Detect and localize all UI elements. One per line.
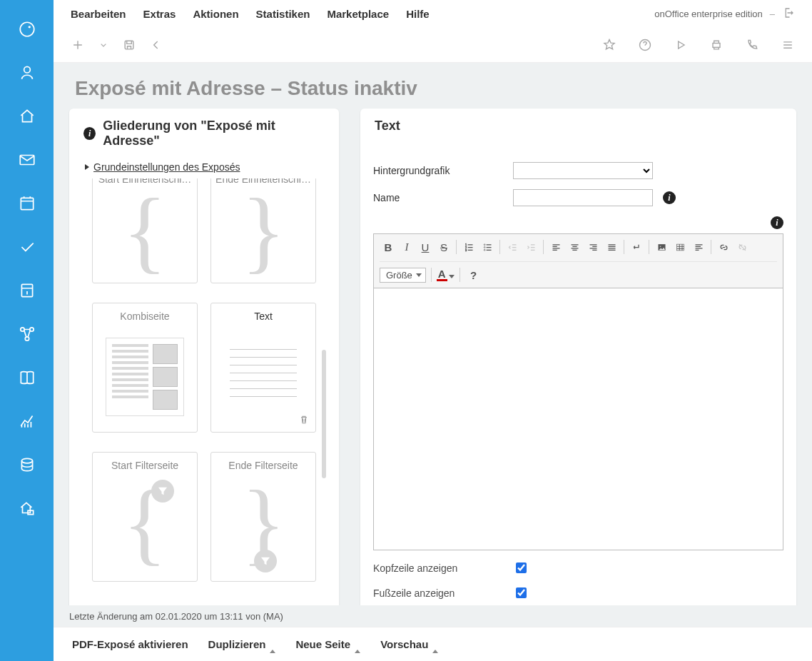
duplicate-button[interactable]: Duplizieren (208, 638, 276, 650)
nav-dashboard-icon[interactable] (15, 17, 39, 41)
nav-properties-icon[interactable] (15, 104, 39, 128)
nav-docs-icon[interactable] (15, 365, 39, 390)
chevron-up-icon (355, 638, 360, 650)
favorite-icon[interactable] (602, 38, 616, 52)
page-grid: Start Einheitenschl… { Ende Einheitensch… (82, 178, 326, 582)
svg-text:3: 3 (465, 248, 466, 251)
bold-button[interactable]: B (380, 238, 397, 256)
nav-mail-icon[interactable] (15, 148, 39, 172)
brace-close-icon: { (241, 193, 285, 268)
insert-break-button[interactable] (628, 238, 645, 256)
menu-extras[interactable]: Extras (143, 8, 176, 20)
svg-rect-4 (21, 198, 33, 209)
print-icon[interactable] (709, 38, 724, 52)
run-icon[interactable] (674, 38, 688, 52)
page-card-label: Kombiseite (97, 311, 193, 322)
filter-icon (151, 480, 174, 503)
page-card-end-filter[interactable]: Ende Filterseite { (210, 452, 316, 582)
page-card-text[interactable]: Text (210, 303, 316, 433)
save-button[interactable] (122, 38, 136, 52)
svg-point-9 (21, 458, 32, 463)
svg-rect-13 (713, 43, 720, 47)
logout-button[interactable] (782, 6, 795, 21)
clear-format-button[interactable] (690, 238, 707, 256)
info-icon[interactable]: i (83, 127, 96, 140)
svg-point-18 (484, 246, 485, 248)
font-color-button[interactable]: A (437, 268, 455, 281)
svg-rect-3 (20, 156, 34, 165)
new-page-button[interactable]: Neue Seite (295, 638, 360, 650)
outline-scrollbar[interactable] (322, 350, 326, 478)
chevron-up-icon (432, 638, 438, 650)
align-right-button[interactable] (584, 238, 602, 256)
editor-info-icon[interactable]: i (771, 216, 783, 229)
strike-button[interactable]: S (435, 238, 452, 256)
nav-calendar-icon[interactable] (15, 191, 39, 216)
filter-icon (254, 550, 277, 572)
page-card-start-filter[interactable]: Start Filterseite { (92, 452, 198, 582)
bottom-action-bar: PDF-Exposé aktivieren Duplizieren Neue S… (54, 627, 812, 661)
svg-point-1 (28, 26, 30, 28)
back-button[interactable] (149, 38, 163, 52)
expose-settings-link[interactable]: Grundeinstellungen des Exposés (82, 156, 326, 178)
underline-button[interactable]: U (417, 238, 434, 256)
more-icon[interactable] (781, 38, 795, 52)
page-card-start-units[interactable]: Start Einheitenschl… { (92, 178, 198, 283)
name-label: Name (373, 192, 513, 203)
brand-label: onOffice enterprise edition (654, 9, 763, 19)
nav-tasks-icon[interactable] (15, 235, 39, 259)
menu-actions[interactable]: Aktionen (193, 8, 238, 20)
align-left-button[interactable] (547, 238, 564, 256)
nav-portal-icon[interactable] (15, 496, 39, 520)
svg-rect-11 (125, 41, 133, 49)
menu-statistics[interactable]: Statistiken (256, 8, 310, 20)
header-checkbox[interactable] (516, 562, 527, 573)
menu-help[interactable]: Hilfe (406, 8, 430, 20)
brace-open-icon: { (123, 193, 167, 268)
svg-point-2 (24, 66, 30, 73)
menu-items: Bearbeiten Extras Aktionen Statistiken M… (71, 8, 430, 20)
activate-pdf-button[interactable]: PDF-Exposé aktivieren (72, 638, 188, 650)
page-card-end-units[interactable]: Ende Einheitenschl… { (210, 178, 316, 283)
link-button[interactable] (715, 238, 732, 256)
image-button[interactable] (653, 238, 670, 256)
delete-page-icon[interactable] (298, 414, 310, 428)
new-dropdown-icon[interactable] (98, 39, 109, 51)
new-button[interactable] (71, 38, 85, 52)
page-card-kombi[interactable]: Kombiseite (92, 303, 198, 433)
editor-title: Text (375, 118, 400, 133)
minimize-button[interactable]: – (770, 9, 775, 19)
align-justify-button[interactable] (603, 238, 620, 256)
text-preview-icon (224, 342, 303, 420)
name-info-icon[interactable]: i (663, 191, 676, 204)
footer-checkbox-label: Fußzeile anzeigen (373, 587, 513, 599)
align-center-button[interactable] (566, 238, 583, 256)
page-card-label: Text (215, 311, 311, 322)
preview-button[interactable]: Vorschau (380, 638, 438, 650)
svg-point-21 (659, 246, 661, 247)
nav-contacts-icon[interactable] (15, 61, 39, 85)
editor-help-button[interactable]: ? (465, 266, 482, 283)
phone-icon[interactable] (745, 38, 759, 52)
nav-archive-icon[interactable] (15, 278, 39, 303)
menu-marketplace[interactable]: Marketplace (327, 8, 389, 20)
background-select[interactable] (513, 162, 653, 179)
header-checkbox-label: Kopfzeile anzeigen (373, 562, 513, 574)
menu-edit[interactable]: Bearbeiten (71, 8, 126, 20)
name-input[interactable] (513, 189, 653, 206)
nav-stats-icon[interactable] (15, 409, 39, 433)
svg-point-0 (20, 22, 34, 36)
font-size-select[interactable]: Größe (380, 268, 426, 283)
italic-button[interactable]: I (398, 238, 415, 256)
chevron-up-icon (270, 638, 275, 650)
editor-content[interactable] (374, 288, 783, 550)
help-icon[interactable] (638, 38, 652, 52)
nav-billing-icon[interactable] (15, 453, 39, 477)
unordered-list-button[interactable] (479, 238, 496, 256)
svg-rect-22 (676, 244, 684, 251)
ordered-list-button[interactable]: 123 (460, 238, 477, 256)
table-button[interactable] (671, 238, 689, 256)
nav-network-icon[interactable] (15, 322, 39, 346)
footer-checkbox[interactable] (516, 587, 527, 598)
last-modified-label: Letzte Änderung am 02.01.2020 um 13:11 v… (69, 611, 283, 622)
